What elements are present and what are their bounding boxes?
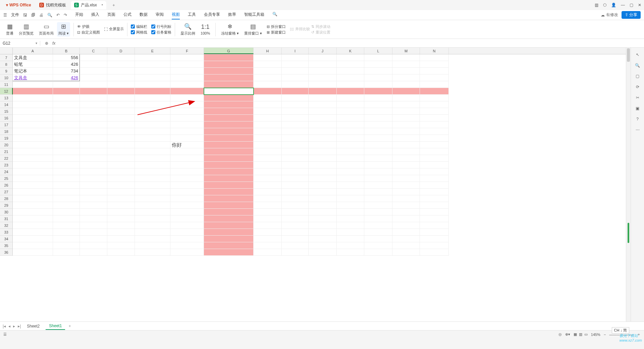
cell-A33[interactable] <box>13 229 53 236</box>
cell-E26[interactable] <box>135 182 170 189</box>
cell-D36[interactable] <box>107 249 135 256</box>
cell-D11[interactable] <box>107 81 135 88</box>
cell-A13[interactable] <box>13 95 53 101</box>
cell-D30[interactable] <box>107 209 135 215</box>
cell-E23[interactable] <box>135 162 170 168</box>
cell-N12[interactable] <box>420 88 449 95</box>
cell-G18[interactable] <box>204 128 254 135</box>
cell-C11[interactable] <box>80 81 107 88</box>
cell-K7[interactable] <box>337 54 364 61</box>
cell-H13[interactable] <box>254 95 282 101</box>
cell-G35[interactable] <box>204 242 254 249</box>
cell-M13[interactable] <box>392 95 420 101</box>
cell-A26[interactable] <box>13 182 53 189</box>
zoom-button[interactable]: 🔍显示比例 <box>178 23 197 36</box>
cell-E34[interactable] <box>135 236 170 242</box>
cell-K26[interactable] <box>337 182 364 189</box>
cell-F24[interactable] <box>170 168 204 175</box>
cell-M21[interactable] <box>392 148 420 155</box>
check-editbar[interactable]: 编辑栏 <box>131 24 147 29</box>
cell-I30[interactable] <box>282 209 309 215</box>
cell-K25[interactable] <box>337 175 364 182</box>
cell-A30[interactable] <box>13 209 53 215</box>
cell-M28[interactable] <box>392 195 420 202</box>
cell-J25[interactable] <box>309 175 337 182</box>
cell-J11[interactable] <box>309 81 337 88</box>
cell-A14[interactable] <box>13 101 53 108</box>
cell-G36[interactable] <box>204 249 254 256</box>
cell-B35[interactable] <box>53 242 80 249</box>
cell-B32[interactable] <box>53 222 80 229</box>
cell-E36[interactable] <box>135 249 170 256</box>
select-mode-icon[interactable]: ↖ <box>636 52 639 57</box>
cell-L15[interactable] <box>364 108 392 115</box>
cell-J17[interactable] <box>309 121 337 128</box>
cell-E24[interactable] <box>135 168 170 175</box>
cell-I8[interactable] <box>282 61 309 68</box>
redo-icon[interactable]: ↷ <box>64 13 67 17</box>
cell-L18[interactable] <box>364 128 392 135</box>
cell-H9[interactable] <box>254 68 282 74</box>
cell-I22[interactable] <box>282 155 309 162</box>
cell-L33[interactable] <box>364 229 392 236</box>
cell-C28[interactable] <box>80 195 107 202</box>
cell-D7[interactable] <box>107 54 135 61</box>
cell-F9[interactable] <box>170 68 204 74</box>
tools-panel-icon[interactable]: ✂ <box>636 95 639 100</box>
cell-N14[interactable] <box>420 101 449 108</box>
cell-I27[interactable] <box>282 189 309 195</box>
sheet-last-icon[interactable]: ▸| <box>18 324 21 329</box>
cell-E15[interactable] <box>135 108 170 115</box>
cell-C14[interactable] <box>80 101 107 108</box>
cell-B30[interactable] <box>53 209 80 215</box>
cell-C34[interactable] <box>80 236 107 242</box>
cell-L31[interactable] <box>364 215 392 222</box>
cell-C9[interactable] <box>80 68 107 74</box>
cell-H25[interactable] <box>254 175 282 182</box>
cell-M19[interactable] <box>392 135 420 142</box>
cell-B27[interactable] <box>53 189 80 195</box>
row-header[interactable]: 16 <box>0 115 13 121</box>
cell-N27[interactable] <box>420 189 449 195</box>
cell-G11[interactable] <box>204 81 254 88</box>
cell-E10[interactable] <box>135 74 170 81</box>
cell-H29[interactable] <box>254 202 282 209</box>
col-header-B[interactable]: B <box>53 48 80 54</box>
zoom-100[interactable]: 1:1100% <box>199 23 212 35</box>
cell-B23[interactable] <box>53 162 80 168</box>
cell-M16[interactable] <box>392 115 420 121</box>
cloud-panel-icon[interactable]: ⟳ <box>636 85 639 89</box>
row-header[interactable]: 24 <box>0 168 13 175</box>
cell-C36[interactable] <box>80 249 107 256</box>
cell-M29[interactable] <box>392 202 420 209</box>
cell-E16[interactable] <box>135 115 170 121</box>
cell-I28[interactable] <box>282 195 309 202</box>
cell-B11[interactable] <box>53 81 80 88</box>
cell-N35[interactable] <box>420 242 449 249</box>
cell-J36[interactable] <box>309 249 337 256</box>
cell-L13[interactable] <box>364 95 392 101</box>
cell-F33[interactable] <box>170 229 204 236</box>
tab-template[interactable]: D 找稻壳模板 <box>36 1 69 9</box>
cell-K35[interactable] <box>337 242 364 249</box>
col-header-C[interactable]: C <box>80 48 107 54</box>
cell-N34[interactable] <box>420 236 449 242</box>
cell-L8[interactable] <box>364 61 392 68</box>
cell-C23[interactable] <box>80 162 107 168</box>
cell-A16[interactable] <box>13 115 53 121</box>
cell-F21[interactable] <box>170 148 204 155</box>
cell-I15[interactable] <box>282 108 309 115</box>
cell-G24[interactable] <box>204 168 254 175</box>
cell-B33[interactable] <box>53 229 80 236</box>
cell-E29[interactable] <box>135 202 170 209</box>
cell-K22[interactable] <box>337 155 364 162</box>
check-gridlines[interactable]: 网格线 <box>131 30 147 35</box>
cell-N8[interactable] <box>420 61 449 68</box>
cell-A23[interactable] <box>13 162 53 168</box>
col-header-E[interactable]: E <box>135 48 170 54</box>
custom-view-button[interactable]: ⊡自定义视图 <box>77 30 100 35</box>
cell-D14[interactable] <box>107 101 135 108</box>
cell-J27[interactable] <box>309 189 337 195</box>
cell-B10[interactable]: 426 <box>53 74 80 81</box>
cell-H26[interactable] <box>254 182 282 189</box>
